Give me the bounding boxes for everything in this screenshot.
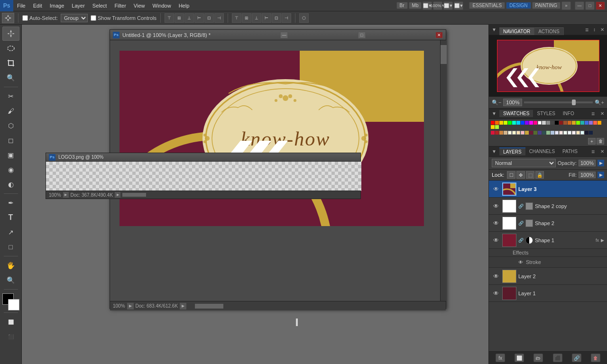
swatch[interactable] — [580, 131, 584, 135]
type-tool[interactable]: T — [2, 210, 19, 225]
layer-visibility[interactable]: 👁 — [492, 289, 500, 298]
add-mask-btn[interactable]: ⬜ — [515, 354, 524, 362]
layer-item[interactable]: 👁 Layer 1 — [489, 285, 607, 302]
layer-visibility[interactable]: 👁 — [492, 236, 500, 245]
swatch[interactable] — [555, 131, 559, 135]
bridge-button[interactable]: Br — [396, 2, 408, 9]
swatch[interactable] — [495, 125, 499, 129]
layer-visibility[interactable]: 👁 — [492, 272, 500, 281]
essentials-button[interactable]: ESSENTIALS — [469, 2, 505, 9]
swatch[interactable] — [529, 121, 533, 125]
zoom-tool[interactable]: 🔍 — [2, 273, 19, 287]
menu-file[interactable]: File — [13, 0, 29, 11]
swatch[interactable] — [491, 131, 495, 135]
stroke-effect-row[interactable]: 👁 Stroke — [489, 257, 607, 268]
hand-tool[interactable]: 🖐 — [2, 258, 19, 273]
vertical-scrollbar[interactable] — [440, 40, 447, 301]
panel-expand-icon[interactable]: ↕ — [591, 27, 598, 32]
lock-all[interactable]: 🔒 — [535, 171, 544, 179]
logo-canvas[interactable] — [46, 162, 361, 191]
layers-menu[interactable]: ≡ — [589, 148, 598, 155]
swatch[interactable] — [576, 121, 580, 125]
add-swatch[interactable]: + — [588, 138, 596, 145]
swatch[interactable] — [516, 121, 520, 125]
swatch[interactable] — [546, 131, 550, 135]
swatch[interactable] — [589, 121, 593, 125]
blur-tool[interactable]: ◉ — [2, 163, 19, 177]
effect-visibility[interactable]: 👁 — [517, 258, 524, 266]
swatch[interactable] — [585, 121, 589, 125]
background-color[interactable] — [8, 299, 19, 310]
menu-edit[interactable]: Edit — [29, 0, 46, 11]
swatch[interactable] — [555, 121, 559, 125]
layer-item[interactable]: 👁 🔗 Shape 2 — [489, 215, 607, 232]
swatches-collapse[interactable]: ▼ — [489, 111, 499, 116]
swatch[interactable] — [572, 131, 576, 135]
swatch[interactable] — [512, 121, 516, 125]
layer-item[interactable]: 👁 🔗 Shape 2 copy — [489, 198, 607, 215]
lock-image[interactable]: ✤ — [516, 171, 525, 179]
styles-tab[interactable]: STYLES — [533, 110, 559, 117]
add-fill-layer-btn[interactable]: fx — [496, 354, 505, 362]
nav-zoom-thumb[interactable] — [572, 100, 576, 105]
doc-close[interactable]: ✕ — [435, 32, 443, 38]
layer-item[interactable]: 👁 🔗 Shape 1 fx ▶ — [489, 232, 607, 249]
layers-tab[interactable]: LAYERS — [499, 147, 525, 155]
menu-filter[interactable]: Filter — [110, 0, 129, 11]
navigator-tab[interactable]: NAVIGATOR — [499, 27, 534, 35]
doc-restore[interactable]: □ — [358, 32, 366, 38]
arrange-options[interactable]: ⬜▼ — [443, 1, 453, 10]
lock-transparency[interactable]: ☐ — [507, 171, 515, 179]
align-top-icon[interactable]: ⊤ — [165, 13, 174, 23]
swatch[interactable] — [593, 121, 597, 125]
new-group-btn[interactable]: 🗁 — [533, 354, 543, 362]
zoom-options[interactable]: 100%▼ — [433, 1, 442, 10]
logo-info-btn[interactable]: ▶ — [115, 192, 120, 198]
channels-tab[interactable]: CHANNELS — [525, 148, 559, 155]
fill-input[interactable]: 100% — [579, 172, 596, 178]
panel-collapse-arrow[interactable]: ▼ — [489, 27, 499, 32]
align-bottom-icon[interactable]: ⊥ — [184, 13, 194, 23]
swatch[interactable] — [508, 131, 512, 135]
layer-item[interactable]: 👁 Layer 2 — [489, 268, 607, 285]
brush-tool[interactable]: 🖌 — [2, 104, 19, 118]
swatch[interactable] — [542, 131, 546, 135]
swatch[interactable] — [508, 121, 512, 125]
align-hcenter-icon[interactable]: ⊡ — [204, 13, 214, 23]
zoom-in-icon[interactable]: 🔍+ — [595, 100, 604, 106]
align-right-icon[interactable]: ⊣ — [214, 13, 224, 23]
nav-zoom-slider[interactable] — [524, 101, 592, 103]
swatch[interactable] — [512, 131, 516, 135]
minimize-button[interactable]: — — [575, 1, 584, 10]
paths-tab[interactable]: PATHS — [559, 148, 581, 155]
horizontal-scroll-thumb[interactable] — [195, 304, 223, 309]
lock-position[interactable]: ⬚ — [526, 171, 534, 179]
delete-layer-btn[interactable]: 🗑 — [591, 354, 600, 362]
pen-tool[interactable]: ✒ — [2, 196, 19, 210]
layers-collapse[interactable]: ▼ — [489, 149, 499, 154]
swatch[interactable] — [521, 121, 524, 125]
menu-layer[interactable]: Layer — [68, 0, 89, 11]
gradient-tool[interactable]: ▣ — [2, 148, 19, 162]
link-layers-btn[interactable]: 🔗 — [572, 354, 581, 362]
swatches-close[interactable]: ✕ — [598, 111, 607, 116]
auto-align-icon[interactable]: ⬡ — [299, 13, 309, 23]
auto-select-dropdown[interactable]: Group Layer — [61, 14, 88, 22]
swatch[interactable] — [521, 131, 524, 135]
align-left-icon[interactable]: ⊢ — [194, 13, 204, 23]
lasso-tool[interactable] — [2, 41, 19, 55]
move-tool[interactable] — [2, 27, 19, 41]
logo-scroll-thumb[interactable] — [122, 193, 146, 197]
doc-info-arrow[interactable]: ▶ — [180, 303, 186, 309]
swatch[interactable] — [504, 131, 507, 135]
actions-tab[interactable]: ACTIONS — [534, 27, 563, 35]
swatch[interactable] — [533, 121, 537, 125]
horizontal-scrollbar[interactable] — [190, 304, 441, 309]
new-layer-btn[interactable]: ⬛ — [553, 354, 562, 362]
dodge-tool[interactable]: ◐ — [2, 177, 19, 191]
swatch[interactable] — [495, 121, 499, 125]
swatch[interactable] — [568, 131, 571, 135]
swatch[interactable] — [576, 131, 580, 135]
distribute-top-icon[interactable]: ⊤ — [232, 13, 241, 23]
screen-mode-tool[interactable]: ⬛ — [2, 329, 19, 344]
